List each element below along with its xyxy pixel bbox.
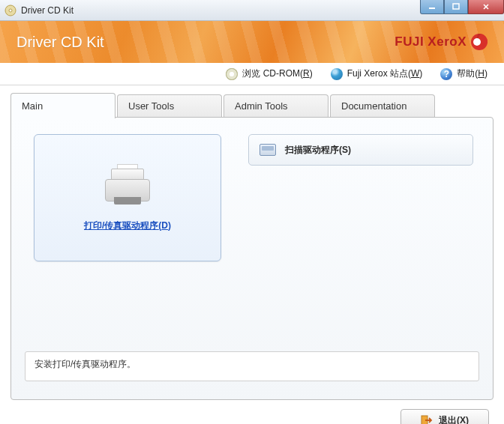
svg-rect-2 (429, 7, 435, 9)
help-label: 帮助(H) (457, 67, 488, 80)
tab-main[interactable]: Main (10, 93, 116, 118)
scanner-icon (260, 144, 276, 156)
description-box: 安装打印/传真驱动程序。 (25, 351, 479, 381)
close-button[interactable] (468, 0, 504, 14)
minimize-button[interactable] (420, 0, 444, 14)
brand-text: FUJI XeroX (394, 34, 466, 49)
tab-documentation[interactable]: Documentation (330, 94, 435, 117)
fuji-xerox-site-link[interactable]: Fuji Xerox 站点(W) (331, 67, 423, 80)
print-fax-driver-label: 打印/传真驱动程序(D) (84, 219, 171, 232)
window-titlebar: Driver CD Kit (0, 0, 504, 21)
brand: FUJI XeroX (394, 34, 488, 50)
app-icon (4, 4, 16, 16)
maximize-button[interactable] (444, 0, 468, 14)
banner-title: Driver CD Kit (16, 34, 104, 51)
site-label: Fuji Xerox 站点(W) (347, 67, 423, 80)
scan-driver-label: 扫描驱动程序(S) (285, 144, 351, 157)
help-link[interactable]: ? 帮助(H) (440, 67, 488, 80)
tab-strip: Main User Tools Admin Tools Documentatio… (0, 85, 504, 117)
header-banner: Driver CD Kit FUJI XeroX (0, 21, 504, 63)
browse-cdrom-label: 浏览 CD-ROM(R) (242, 67, 312, 80)
tab-user-tools[interactable]: User Tools (117, 94, 222, 117)
exit-icon (421, 414, 433, 424)
exit-label: 退出(X) (439, 414, 469, 425)
window-title: Driver CD Kit (21, 5, 74, 16)
scan-driver-tile[interactable]: 扫描驱动程序(S) (248, 134, 473, 166)
printer-icon (100, 164, 154, 209)
exit-button[interactable]: 退出(X) (400, 409, 489, 424)
browse-cdrom-link[interactable]: 浏览 CD-ROM(R) (226, 67, 312, 80)
toolbar: 浏览 CD-ROM(R) Fuji Xerox 站点(W) ? 帮助(H) (0, 63, 504, 85)
tab-admin-tools[interactable]: Admin Tools (224, 94, 328, 117)
print-fax-driver-tile[interactable]: 打印/传真驱动程序(D) (34, 134, 221, 261)
footer: 退出(X) (0, 400, 504, 424)
globe-icon (331, 68, 343, 80)
svg-rect-3 (453, 4, 459, 9)
help-icon: ? (440, 68, 452, 80)
window-controls (420, 0, 504, 14)
main-panel: 打印/传真驱动程序(D) 扫描驱动程序(S) 安装打印/传真驱动程序。 (10, 117, 494, 400)
cd-icon (226, 68, 238, 80)
brand-logo-icon (471, 34, 488, 50)
svg-point-1 (9, 9, 12, 12)
